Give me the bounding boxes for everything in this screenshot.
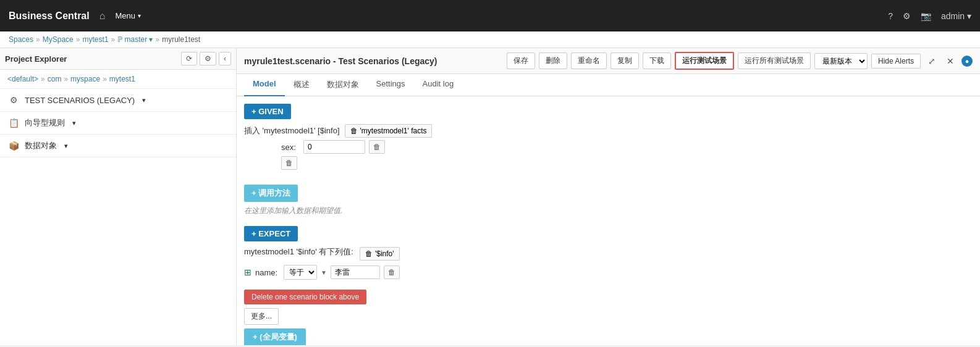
test-scenarios-header[interactable]: ⚙ TEST SCENARIOS (LEGACY) ▾: [0, 89, 236, 111]
expect-name-label: name:: [255, 268, 280, 277]
delete-block-button[interactable]: Delete one scenario block above: [244, 290, 366, 304]
tab-settings[interactable]: Settings: [368, 74, 414, 96]
guided-rules-icon: 📋: [7, 117, 20, 129]
call-button[interactable]: + 调用方法: [244, 185, 298, 202]
add-field-button[interactable]: 🗑: [281, 156, 297, 170]
settings-icon[interactable]: ⚙: [903, 11, 911, 21]
test-scenarios-arrow: ▾: [142, 96, 146, 104]
tab-model[interactable]: Model: [244, 74, 285, 96]
sex-field-row: sex: 🗑: [281, 140, 973, 154]
select-arrow-icon: ▼: [321, 269, 327, 276]
content-area: myrule1test.scenario - Test Scenarios (L…: [237, 48, 980, 345]
topbar-right: ? ⚙ 📷 admin ▾: [888, 11, 971, 21]
copy-button[interactable]: 复制: [610, 52, 639, 69]
more-button[interactable]: 更多...: [244, 308, 279, 325]
guided-rules-arrow: ▾: [72, 119, 76, 127]
sidebar-settings-button[interactable]: ⚙: [200, 52, 216, 65]
guided-rules-header[interactable]: 📋 向导型规则 ▾: [0, 112, 236, 134]
version-select[interactable]: 最新版本: [814, 53, 868, 69]
tab-audit-log[interactable]: Audit log: [414, 74, 463, 96]
refresh-button[interactable]: ⟳: [181, 52, 197, 65]
run-all-button[interactable]: 运行所有测试场景: [738, 52, 811, 69]
breadcrumb-branch[interactable]: ℙ master ▾: [117, 35, 153, 44]
tab-overview[interactable]: 概述: [285, 74, 318, 96]
camera-icon[interactable]: 📷: [921, 11, 931, 21]
guided-rules-label: 向导型规则: [25, 117, 65, 128]
app-title: Business Central: [9, 10, 90, 22]
breadcrumb-mytest1[interactable]: mytest1: [82, 35, 108, 44]
menu-arrow-icon: ▾: [138, 12, 141, 19]
status-indicator: ●: [961, 56, 973, 67]
trash-icon: 🗑: [350, 127, 358, 135]
facts-btn-label: 'mytestmodel1' facts: [360, 127, 427, 135]
project-explorer-label: Project Explorer: [5, 54, 67, 64]
sex-delete-button[interactable]: 🗑: [369, 140, 385, 154]
run-scenario-button[interactable]: 运行测试场景: [675, 52, 734, 70]
expect-operator-select[interactable]: 等于: [284, 265, 317, 280]
expect-trash-icon: 🗑: [365, 249, 373, 258]
tabs-bar: Model 概述 数据对象 Settings Audit log: [237, 74, 980, 96]
data-objects-arrow: ▾: [64, 142, 68, 150]
save-button[interactable]: 保存: [507, 52, 535, 69]
tab-data-objects[interactable]: 数据对象: [318, 74, 368, 96]
given-button[interactable]: + GIVEN: [244, 104, 291, 119]
insert-row: 插入 'mytestmodel1' [$info] 🗑 'mytestmodel…: [244, 124, 973, 138]
insert-label: 插入 'mytestmodel1' [$info]: [244, 125, 340, 136]
help-icon[interactable]: ?: [888, 11, 893, 21]
sidebar-section-guided-rules: 📋 向导型规则 ▾: [0, 112, 236, 135]
expect-facts-button[interactable]: 🗑 '$info': [360, 247, 400, 261]
user-menu[interactable]: admin ▾: [941, 11, 971, 21]
path-mytest1[interactable]: mytest1: [109, 75, 135, 83]
expect-delete-button[interactable]: 🗑: [384, 265, 400, 279]
main-layout: Project Explorer ⟳ ⚙ ‹ <default> » com »…: [0, 48, 980, 345]
call-block: + 调用方法 在这里添加输入数据和期望值.: [244, 185, 973, 216]
breadcrumb-spaces[interactable]: Spaces: [9, 35, 33, 44]
expect-header-row: mytestmodel1 '$info' 有下列值: 🗑 '$info': [244, 246, 973, 261]
content-header: myrule1test.scenario - Test Scenarios (L…: [237, 48, 980, 74]
menu-button[interactable]: Menu ▾: [115, 11, 141, 20]
expect-facts-label: '$info': [375, 249, 394, 258]
data-objects-icon: 📦: [7, 140, 20, 152]
expect-block: + EXPECT mytestmodel1 '$info' 有下列值: 🗑 '$…: [244, 226, 973, 280]
download-button[interactable]: 下载: [643, 52, 671, 69]
sidebar: Project Explorer ⟳ ⚙ ‹ <default> » com »…: [0, 48, 237, 345]
given-block: + GIVEN 插入 'mytestmodel1' [$info] 🗑 'myt…: [244, 104, 973, 175]
excel-icon: ⊞: [244, 267, 251, 277]
test-scenarios-icon: ⚙: [7, 94, 20, 106]
path-com[interactable]: com: [48, 75, 62, 83]
breadcrumb: Spaces » MySpace » mytest1 » ℙ master ▾ …: [0, 31, 980, 48]
call-hint: 在这里添加输入数据和期望值.: [244, 206, 973, 216]
expect-name-row: ⊞ name: 等于 ▼ 🗑: [244, 265, 973, 280]
topbar: Business Central ⌂ Menu ▾ ? ⚙ 📷 admin ▾: [0, 0, 980, 31]
home-icon[interactable]: ⌂: [99, 10, 106, 22]
rename-button[interactable]: 重命名: [571, 52, 607, 69]
content-title: myrule1test.scenario - Test Scenarios (L…: [244, 56, 503, 66]
close-button[interactable]: ✕: [943, 54, 958, 69]
data-objects-header[interactable]: 📦 数据对象 ▾: [0, 135, 236, 157]
test-scenarios-label: TEST SCENARIOS (LEGACY): [25, 96, 135, 105]
expect-value-input[interactable]: [331, 265, 380, 279]
breadcrumb-current: myrule1test: [162, 35, 200, 44]
model-content: + GIVEN 插入 'mytestmodel1' [$info] 🗑 'myt…: [237, 96, 980, 345]
expand-button[interactable]: ⤢: [924, 54, 939, 69]
path-myspace[interactable]: myspace: [70, 75, 100, 83]
sidebar-section-test-scenarios: ⚙ TEST SCENARIOS (LEGACY) ▾: [0, 89, 236, 112]
delete-button[interactable]: 删除: [539, 52, 567, 69]
sidebar-header-nav: ⟳ ⚙ ‹: [181, 52, 231, 65]
sidebar-back-button[interactable]: ‹: [219, 52, 231, 65]
path-default[interactable]: <default>: [7, 75, 38, 83]
sidebar-section-data-objects: 📦 数据对象 ▾: [0, 135, 236, 157]
sex-label: sex:: [281, 143, 300, 152]
expect-label: mytestmodel1 '$info' 有下列值:: [244, 246, 353, 257]
sidebar-path: <default> » com » myspace » mytest1: [0, 70, 236, 89]
sex-input[interactable]: [303, 140, 365, 154]
facts-button[interactable]: 🗑 'mytestmodel1' facts: [345, 124, 433, 138]
data-objects-label: 数据对象: [25, 140, 57, 151]
expect-button[interactable]: + EXPECT: [244, 226, 298, 241]
hide-alerts-button[interactable]: Hide Alerts: [871, 54, 921, 69]
global-variable-button[interactable]: + (全局变量): [244, 328, 306, 345]
sidebar-header: Project Explorer ⟳ ⚙ ‹: [0, 48, 236, 70]
breadcrumb-myspace[interactable]: MySpace: [43, 35, 74, 44]
